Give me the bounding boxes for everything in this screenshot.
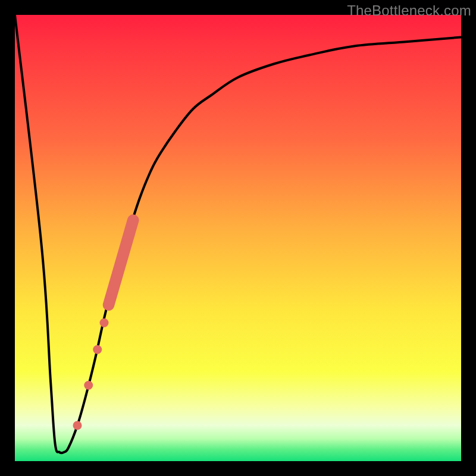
marker-dot — [93, 345, 102, 354]
curve-layer — [15, 15, 461, 461]
marker-dot — [84, 381, 93, 390]
marker-dot — [100, 318, 109, 327]
marker-bar — [109, 220, 133, 305]
marker-dot — [73, 421, 82, 430]
chart-frame: TheBottleneck.com — [0, 0, 476, 476]
bottleneck-curve — [15, 15, 461, 453]
plot-area — [15, 15, 461, 461]
